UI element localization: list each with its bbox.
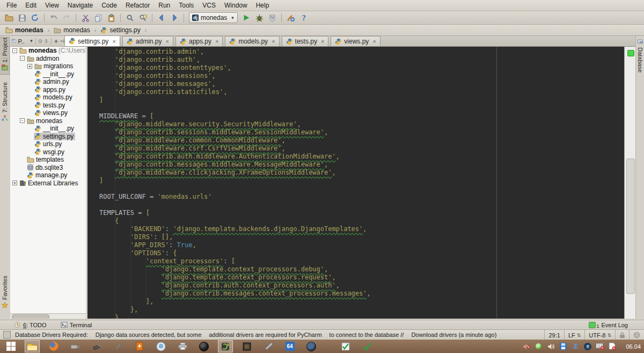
highlighting-level-icon[interactable]	[629, 330, 644, 340]
editor-tab-settings.py[interactable]: settings.py×	[64, 35, 120, 46]
code-line[interactable]: 'django.contrib.messages.middleware.Mess…	[99, 161, 371, 169]
close-tab-icon[interactable]: ×	[321, 38, 324, 45]
pycharm-taskbar-icon[interactable]	[218, 340, 233, 352]
volume-icon[interactable]	[546, 342, 555, 351]
hide-panel-icon[interactable]	[60, 38, 64, 45]
task-checklist-taskbar-icon[interactable]	[338, 340, 353, 352]
run-button[interactable]	[240, 12, 252, 23]
volume-muted-icon[interactable]	[522, 342, 530, 351]
code-line[interactable]: ],	[99, 298, 371, 306]
console-app-taskbar-icon[interactable]	[239, 340, 254, 352]
copy-icon[interactable]	[92, 12, 104, 23]
media-sphere-taskbar-icon[interactable]	[196, 340, 211, 352]
code-line[interactable]: 'django.contrib.staticfiles',	[99, 88, 371, 96]
collapse-icon[interactable]: -	[12, 48, 17, 53]
code-line[interactable]: 'django.middleware.security.SecurityMidd…	[99, 120, 371, 128]
code-line[interactable]: 'django.middleware.csrf.CsrfViewMiddlewa…	[99, 145, 371, 153]
navigate-forward-icon[interactable]	[169, 12, 180, 23]
document-error-icon[interactable]	[608, 342, 617, 351]
editor-tab-admin.py[interactable]: admin.py×	[122, 36, 173, 46]
green-check-taskbar-icon[interactable]	[360, 340, 375, 352]
code-line[interactable]: 'django.middleware.clickjacking.XFrameOp…	[99, 169, 371, 177]
tree-item-views-py[interactable]: views.py	[10, 109, 86, 117]
breadcrumb-item[interactable]: monedas	[53, 26, 91, 34]
menu-item-file[interactable]: File	[2, 1, 21, 10]
code-line[interactable]: 'django.template.context_processors.requ…	[99, 273, 371, 282]
menu-item-refactor[interactable]: Refactor	[121, 1, 154, 10]
redo-icon[interactable]	[61, 12, 72, 23]
breadcrumb-item[interactable]: settings.py	[99, 26, 141, 34]
tree-item-__init__-py[interactable]: __init__.py	[10, 125, 86, 133]
code-line[interactable]: MIDDLEWARE = [	[99, 112, 371, 120]
toolstrip-database[interactable]: Database	[636, 38, 644, 73]
debug-button[interactable]	[253, 12, 265, 23]
code-line[interactable]	[99, 104, 371, 112]
toolstrip-structure[interactable]: 7: Structure	[0, 82, 10, 132]
tree-item-tests-py[interactable]: tests.py	[10, 102, 86, 110]
design-app-taskbar-icon[interactable]	[261, 340, 276, 352]
menu-item-navigate[interactable]: Navigate	[63, 1, 97, 10]
code-line[interactable]: ]	[99, 96, 371, 104]
code-line[interactable]: 'django.contrib.messages',	[99, 80, 371, 88]
tree-item-wsgi-py[interactable]: wsgi.py	[10, 148, 86, 156]
navigate-back-icon[interactable]	[156, 12, 167, 23]
undo-icon[interactable]	[48, 12, 60, 23]
collapse-all-icon[interactable]	[44, 38, 48, 45]
code-line[interactable]: ROOT_URLCONF = 'monedas.urls'	[99, 193, 371, 201]
code-line[interactable]: 'django.contrib.auth.middleware.Authenti…	[99, 153, 371, 161]
open-folder-icon[interactable]	[3, 12, 15, 23]
caret-position[interactable]: 29:1	[544, 330, 564, 340]
tree-item-admin-py[interactable]: admin.py	[10, 78, 86, 86]
scrollbar-thumb[interactable]	[626, 159, 635, 294]
code-line[interactable]: },	[99, 306, 371, 314]
lock-icon[interactable]	[615, 330, 629, 340]
tree-item-urls-py[interactable]: urls.py	[10, 140, 86, 148]
terminal-toolwindow-button[interactable]: Terminal	[61, 321, 92, 328]
editor-tab-apps.py[interactable]: apps.py×	[175, 36, 223, 46]
code-editor[interactable]: 'django.contrib.admin', 'django.contrib.…	[87, 47, 624, 319]
find-icon[interactable]	[124, 12, 136, 23]
keyboard-error-icon[interactable]	[596, 342, 604, 351]
tree-item-db-sqlite3[interactable]: db.sqlite3	[10, 164, 86, 172]
code-line[interactable]: 'APP_DIRS': True,	[99, 241, 371, 249]
settings-icon[interactable]	[285, 12, 297, 23]
toolstrip-favorites[interactable]: Favorites	[0, 276, 10, 316]
firefox-taskbar-icon[interactable]	[46, 340, 61, 352]
editor-scrollbar[interactable]	[624, 47, 635, 319]
menu-item-code[interactable]: Code	[97, 1, 121, 10]
close-tab-icon[interactable]: ×	[166, 38, 169, 45]
code-line[interactable]: {	[99, 217, 371, 225]
save-icon[interactable]	[16, 12, 28, 23]
camera-app-taskbar-icon[interactable]	[153, 340, 169, 352]
code-line[interactable]: ]	[99, 177, 371, 185]
run-configuration-select[interactable]: dj monedas ▼	[189, 12, 238, 23]
gear-icon[interactable]	[54, 38, 58, 45]
help-button[interactable]: ?	[298, 12, 310, 23]
code-line[interactable]	[99, 201, 371, 209]
cut-icon[interactable]	[79, 12, 91, 23]
locate-icon[interactable]	[38, 38, 42, 45]
code-line[interactable]: 'context_processors': [	[99, 257, 371, 265]
sixtyfour-app-taskbar-icon[interactable]: 64	[282, 340, 297, 352]
tree-item-monedas[interactable]: -monedas	[10, 117, 86, 125]
tree-item-monedas[interactable]: -monedas (C:\Users\Dio	[10, 47, 86, 55]
code-line[interactable]: 'BACKEND': 'django.template.backends.dja…	[99, 225, 371, 233]
editor-tab-tests.py[interactable]: tests.py×	[282, 36, 329, 46]
close-tab-icon[interactable]: ×	[272, 38, 275, 45]
menu-item-view[interactable]: View	[41, 1, 63, 10]
usb-drive-taskbar-icon[interactable]	[68, 340, 83, 352]
tree-item-manage-py[interactable]: manage.py	[10, 171, 86, 179]
code-line[interactable]: 'django.middleware.common.CommonMiddlewa…	[99, 136, 371, 145]
editor-tab-models.py[interactable]: models.py×	[225, 36, 279, 46]
menu-item-run[interactable]: Run	[154, 1, 174, 10]
close-tab-icon[interactable]: ×	[372, 38, 376, 45]
tree-item-templates[interactable]: templates	[10, 156, 86, 164]
code-line[interactable]: 'DIRS': [],	[99, 233, 371, 241]
menu-item-window[interactable]: Window	[220, 1, 252, 10]
menu-item-help[interactable]: Help	[252, 1, 274, 10]
tree-item-External-Libraries[interactable]: +External Libraries	[10, 179, 86, 188]
taskbar-clock[interactable]: 06.04	[626, 343, 641, 350]
toolstrip-project[interactable]: 1: Project	[0, 37, 10, 75]
collapse-icon[interactable]: -	[20, 118, 25, 123]
tree-item-settings-py[interactable]: settings.py	[10, 133, 86, 141]
